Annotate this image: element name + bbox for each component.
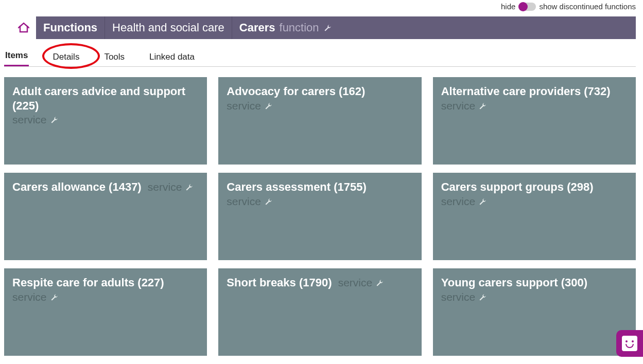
home-icon[interactable] [14,20,33,35]
wrench-icon[interactable] [323,21,332,34]
wrench-icon[interactable] [478,294,486,302]
card-service-label: service [227,100,261,112]
card-item[interactable]: Alternative care providers (732)service [433,77,636,165]
toggle-hide-label: hide [501,2,515,11]
card-item[interactable]: Carers assessment (1755)service [218,173,421,260]
wrench-icon[interactable] [50,294,58,302]
card-title: Alternative care providers (732) [441,85,611,98]
card-service-label: service [441,100,476,112]
tab-tools[interactable]: Tools [103,52,126,66]
card-item[interactable]: Carers allowance (1437) service [4,173,207,260]
card-title: Adult carers advice and support (225) [12,85,185,112]
card-title: Young carers support (300) [441,276,587,289]
tab-details-label: Details [53,52,79,62]
toggle-show-label: show discontinued functions [539,2,636,11]
card-service-label: service [148,181,182,193]
chat-widget[interactable] [616,330,643,357]
card-service-label: service [12,291,47,303]
breadcrumb-carers[interactable]: Carers function [232,16,339,39]
card-service-label: service [227,195,261,207]
wrench-icon[interactable] [264,198,272,207]
card-service-label: service [338,277,373,288]
card-item[interactable]: Advocacy for carers (162)service [218,77,421,165]
tab-linked-data-label: Linked data [149,52,195,62]
breadcrumb-health-social-care[interactable]: Health and social care [105,16,232,39]
tab-items-label: Items [5,50,28,60]
smiley-icon [622,336,637,351]
card-service-label: service [441,291,476,303]
card-service-label: service [441,195,476,207]
card-item[interactable]: Short breaks (1790) service [218,268,421,356]
header-row: Functions Health and social care Carers … [14,16,636,39]
card-title: Carers assessment (1755) [227,180,367,193]
tab-linked-data[interactable]: Linked data [148,52,196,66]
card-title: Respite care for adults (227) [12,276,164,289]
breadcrumb-functions[interactable]: Functions [36,16,105,39]
wrench-icon[interactable] [264,102,272,111]
discontinued-toggle-bar: hide show discontinued functions [501,2,636,11]
breadcrumb: Functions Health and social care Carers … [36,16,636,39]
card-item[interactable]: Carers support groups (298)service [433,173,636,260]
tab-details[interactable]: Details [51,52,80,66]
card-title: Short breaks (1790) [227,276,332,289]
wrench-icon[interactable] [375,279,384,288]
card-title: Carers support groups (298) [441,180,594,193]
wrench-icon[interactable] [50,116,58,125]
toggle-knob [518,2,528,11]
tabs-row: Items Details Tools Linked data [4,48,636,67]
breadcrumb-level2-label: Carers [239,21,275,34]
breadcrumb-level1-label: Health and social care [112,21,224,34]
breadcrumb-functions-label: Functions [43,21,97,34]
card-item[interactable]: Young carers support (300)service [433,268,636,356]
card-service-label: service [12,114,47,125]
tab-items[interactable]: Items [4,50,29,66]
card-item[interactable]: Respite care for adults (227)service [4,268,207,356]
card-title: Advocacy for carers (162) [227,85,365,98]
discontinued-toggle[interactable] [518,3,536,11]
card-item[interactable]: Adult carers advice and support (225)ser… [4,77,207,165]
tab-tools-label: Tools [104,52,125,62]
wrench-icon[interactable] [478,198,486,207]
wrench-icon[interactable] [185,184,193,192]
breadcrumb-type-label: function [280,21,319,34]
card-title: Carers allowance (1437) [12,180,142,193]
cards-grid: Adult carers advice and support (225)ser… [4,77,636,356]
wrench-icon[interactable] [478,102,486,111]
